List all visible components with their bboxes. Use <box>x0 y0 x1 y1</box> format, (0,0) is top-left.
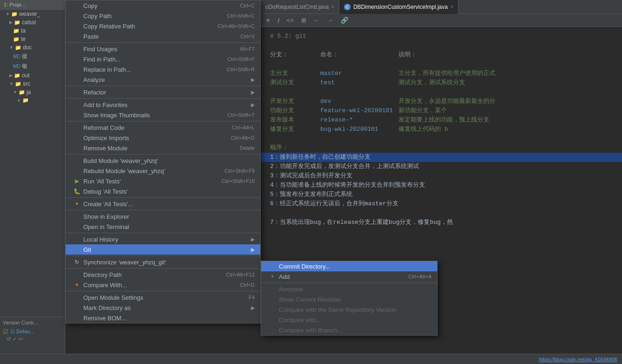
code-seq-3: 3：测试完成后合并到开发分支 <box>270 171 613 181</box>
menu-label-copy-rel-path: Copy Relative Path <box>83 23 135 30</box>
menu-item-debug-tests[interactable]: 🐛 Debug 'All Tests' <box>66 186 260 196</box>
sidebar-header: 1: Proje... <box>0 0 65 10</box>
menu-label-copy-path: Copy Path <box>83 13 112 20</box>
toolbar-hamburger[interactable]: ≡ <box>264 16 272 25</box>
submenu-add[interactable]: + Add Ctrl+Alt+A <box>261 271 437 282</box>
menu-item-find-in-path[interactable]: Find in Path... Ctrl+Shift+F <box>66 54 260 64</box>
status-url[interactable]: https://blog.csdn.net/qq_41694906 <box>539 357 617 362</box>
menu-item-refactor[interactable]: Refactor ▶ <box>66 87 260 97</box>
tab-2[interactable]: C DBDimensionCustomServiceImpl.java × <box>339 0 459 14</box>
sidebar-item-yin[interactable]: MD 银 <box>11 61 65 71</box>
menu-label-replace-in-path: Replace in Path... <box>83 66 131 73</box>
tab-1[interactable]: oDoRequestListCmd.java × <box>261 0 339 14</box>
sidebar-item-ja[interactable]: ▼ 📁 ja <box>11 88 65 96</box>
sidebar-item-weaver[interactable]: ▼ 📁 weaver_ <box>4 10 65 18</box>
menu-item-local-history[interactable]: Local History ▶ <box>66 234 260 244</box>
submenu-compare-same-repo: Compare with the Same Repository Version <box>261 304 437 315</box>
menu-shortcut-rebuild: Ctrl+Shift+F9 <box>224 168 255 174</box>
menu-item-add-favorites[interactable]: Add to Favorites ▶ <box>66 100 260 110</box>
sidebar-item-ta[interactable]: 📁 ta <box>11 27 65 35</box>
menu-item-reformat[interactable]: Reformat Code Ctrl+Alt+L <box>66 122 260 133</box>
sep-6 <box>66 197 260 198</box>
folder-icon-weaver: 📁 <box>11 11 18 17</box>
menu-item-replace-in-path[interactable]: Replace in Path... Ctrl+Shift+R <box>66 64 260 74</box>
sidebar-item-jie[interactable]: MD 接 <box>11 52 65 61</box>
code-row-2: 测试分支 test 测试分支，测试系统分支 <box>270 78 613 88</box>
menu-label-directory-path: Directory Path <box>83 271 122 278</box>
tab-1-close[interactable]: × <box>331 4 334 9</box>
sidebar-item-out[interactable]: ▶ 📁 out <box>7 71 65 80</box>
menu-item-open-terminal[interactable]: Open in Terminal <box>66 222 260 232</box>
sep-7 <box>66 210 260 210</box>
status-bar: https://blog.csdn.net/qq_41694906 <box>0 354 622 364</box>
menu-item-synchronize[interactable]: ↻ Synchronize 'weaver_yhzq_git' <box>66 257 260 267</box>
sidebar-item-calssl[interactable]: ▶ 📁 calssl <box>7 18 65 27</box>
expand-arrow-src: ▼ <box>9 81 14 86</box>
sidebar-item-yin-label: 银 <box>22 62 27 70</box>
menu-item-find-usages[interactable]: Find Usages Alt+F7 <box>66 44 260 54</box>
menu-item-image-thumbnails[interactable]: Show Image Thumbnails Ctrl+Shift+T <box>66 110 260 120</box>
sidebar-item-sub[interactable]: ▼ 📁 <box>15 96 65 104</box>
vc-sync-item[interactable]: ↺ ✓ ↩ <box>7 336 62 342</box>
sidebar-item-te[interactable]: 📁 te <box>11 35 65 43</box>
menu-item-paste[interactable]: Paste Ctrl+V <box>66 31 260 41</box>
toolbar-next[interactable]: → <box>325 16 335 25</box>
code-row-6: 修复分支 bug-wkl-20200101 修复线上代码的 b <box>270 125 613 134</box>
menu-item-analyze[interactable]: Analyze ▶ <box>66 74 260 85</box>
context-menu: Copy Ctrl+C Copy Path Ctrl+Shift+C Copy … <box>65 0 261 324</box>
menu-item-optimize-imports[interactable]: Optimize Imports Ctrl+Alt+O <box>66 133 260 143</box>
toolbar-prev[interactable]: ← <box>312 16 322 25</box>
menu-item-directory-path[interactable]: Directory Path Ctrl+Alt+F12 <box>66 270 260 280</box>
menu-item-remove-bom[interactable]: Remove BOM... <box>66 313 260 323</box>
add-icon: + <box>269 273 276 280</box>
code-seq-header: 顺序： <box>270 143 613 153</box>
tab-2-close[interactable]: × <box>451 4 453 9</box>
menu-item-compare-with[interactable]: ✦ Compare With... Ctrl+D <box>66 280 260 290</box>
menu-item-rebuild-module[interactable]: Rebuild Module 'weaver_yhzq' Ctrl+Shift+… <box>66 166 260 176</box>
menu-item-copy-rel-path[interactable]: Copy Relative Path Ctrl+Alt+Shift+C <box>66 21 260 31</box>
sidebar-item-jie-label: 接 <box>22 53 27 61</box>
menu-shortcut-thumbnails: Ctrl+Shift+T <box>227 112 255 118</box>
menu-item-copy[interactable]: Copy Ctrl+C <box>66 0 260 11</box>
menu-item-module-settings[interactable]: Open Module Settings F4 <box>66 292 260 303</box>
menu-shortcut-paste: Ctrl+V <box>240 34 255 39</box>
toolbar-italic[interactable]: 𝐼 <box>276 16 281 25</box>
toolbar-code[interactable]: <> <box>285 16 296 25</box>
sidebar-item-src[interactable]: ▼ 📁 src <box>7 80 65 88</box>
run-icon: ▶ <box>73 178 81 184</box>
tab-2-icon: C <box>344 4 351 10</box>
sep-3 <box>66 98 260 99</box>
vc-item-label: ☑ Defau... <box>10 329 34 335</box>
menu-item-mark-directory[interactable]: Mark Directory as ▶ <box>66 303 260 313</box>
sidebar-item-doc[interactable]: ▼ 📁 doc <box>7 43 65 52</box>
menu-item-git[interactable]: Git ▶ <box>66 244 260 255</box>
vc-undo-label: ↩ <box>19 336 23 342</box>
folder-icon-te: 📁 <box>13 36 20 42</box>
toolbar-link[interactable]: 🔗 <box>339 16 350 25</box>
mark-dir-arrow: ▶ <box>251 305 255 311</box>
vc-item[interactable]: ☑ ☑ Defau... <box>3 328 62 335</box>
submenu-commit-dir[interactable]: Commit Directory... <box>261 261 437 271</box>
code-seq-4: 4：当功能准备上线的时候将开发的分支合并到预发布分支 <box>270 181 613 190</box>
submenu-label-show-current-rev: Show Current Revision <box>279 296 341 303</box>
submenu-label-compare-branch: Compare with Branch... <box>279 327 342 334</box>
submenu-shortcut-add: Ctrl+Alt+A <box>408 274 432 279</box>
menu-label-remove-module: Remove Module <box>83 145 128 152</box>
submenu-show-current-rev: Show Current Revision <box>261 294 437 304</box>
menu-item-show-explorer[interactable]: Show in Explorer <box>66 211 260 222</box>
git-submenu: Commit Directory... + Add Ctrl+Alt+A Ann… <box>261 261 438 336</box>
tab-1-label: oDoRequestListCmd.java <box>265 4 329 10</box>
menu-label-rebuild: Rebuild Module 'weaver_yhzq' <box>83 168 165 175</box>
menu-label-build: Build Module 'weaver_yhzq' <box>83 157 158 164</box>
code-seq-1: 1：接到新任务时，自己创建功能分支 <box>261 153 622 162</box>
menu-item-create-tests[interactable]: ✦ Create 'All Tests'... <box>66 199 260 209</box>
menu-item-build-module[interactable]: Build Module 'weaver_yhzq' <box>66 155 260 166</box>
folder-icon-src: 📁 <box>15 81 21 87</box>
menu-item-run-tests[interactable]: ▶ Run 'All Tests' Ctrl+Shift+F10 <box>66 176 260 186</box>
menu-item-remove-module[interactable]: Remove Module Delete <box>66 143 260 153</box>
menu-item-copy-path[interactable]: Copy Path Ctrl+Shift+C <box>66 11 260 21</box>
toolbar-grid[interactable]: ⊞ <box>299 16 308 25</box>
menu-label-add-favorites: Add to Favorites <box>83 101 128 108</box>
menu-label-git: Git <box>83 246 91 253</box>
menu-label-compare-with: Compare With... <box>83 282 127 289</box>
